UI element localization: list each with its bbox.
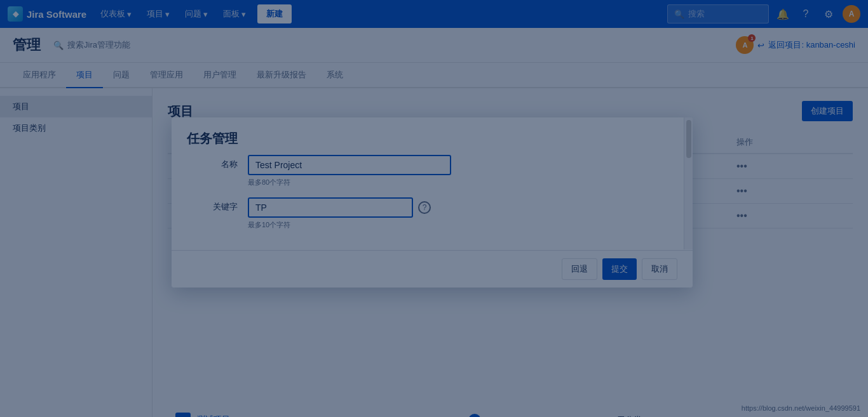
modal-overlay xyxy=(0,0,868,417)
